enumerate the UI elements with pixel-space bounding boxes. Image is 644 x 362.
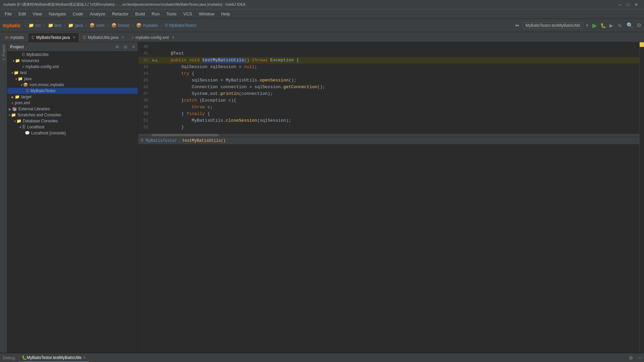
tab-myutils-close[interactable]: ✕ xyxy=(121,36,124,39)
tree-pom-label: pom.xml xyxy=(15,101,30,105)
menu-item-navigate[interactable]: Navigate xyxy=(46,11,68,17)
code-line-52: 52 } xyxy=(138,124,639,131)
tree-localhost[interactable]: ▾ 🗄 Localhost xyxy=(7,124,138,130)
menu-item-file[interactable]: File xyxy=(2,11,14,17)
title-text: mybatis [F:\遇课程\MyBatis框架\MyBatis笔记基础入门\… xyxy=(3,2,246,7)
code-line-51: 51 MyBatisUtils.closeSession(sqlSession)… xyxy=(138,117,639,124)
tree-ext-arrow: ▶ xyxy=(9,107,11,111)
tree-test[interactable]: ▾ 📁 test xyxy=(7,70,138,76)
run-btn[interactable]: ▶ xyxy=(592,22,597,29)
toolbar-search-btn[interactable]: 🔍 xyxy=(627,22,633,28)
tree-mybatistestor[interactable]: C MyBatisTestor xyxy=(7,88,138,94)
tree-mybatisutils-icon: C xyxy=(22,52,25,57)
tree-target-arrow: ▶ xyxy=(11,95,14,99)
debug-settings-btn[interactable]: ⚙ xyxy=(629,355,633,361)
tree-pom-icon: x xyxy=(11,101,13,105)
code-line-42: 42 ▶ ⚠ public void testMyBatisUtils() th… xyxy=(138,57,639,64)
tree-scratches[interactable]: ▾ 📁 Scratches and Consoles xyxy=(7,112,138,118)
debug-session-close[interactable]: ✕ xyxy=(83,356,86,359)
tree-java[interactable]: ▾ 📁 java xyxy=(7,76,138,82)
vertical-panel: 1: Project xyxy=(0,42,7,353)
coverage-btn[interactable]: ▶ xyxy=(609,23,613,28)
toolbar-back-btn[interactable]: ⬅ xyxy=(515,22,519,28)
tab-mybatistestor[interactable]: C MyBatisTestor.java ✕ xyxy=(28,33,79,42)
tree-scratches-label: Scratches and Consoles xyxy=(17,113,61,117)
tree-com-label: com.imooc.mybatis xyxy=(30,82,64,87)
tree-ext-label: External Libraries xyxy=(18,107,50,111)
tree-db-icon: 📁 xyxy=(16,119,21,123)
menu-item-analyze[interactable]: Analyze xyxy=(87,11,108,17)
minimize-btn[interactable]: ─ xyxy=(616,2,624,7)
tree-com-imooc[interactable]: ▾ 📦 com.imooc.mybatis xyxy=(7,82,138,88)
tree-resources[interactable]: ▾ 📁 resources xyxy=(7,58,138,64)
breadcrumb-java: 📁 java xyxy=(68,23,83,28)
tree-mybatisconfig[interactable]: x mybatis-config.xml xyxy=(7,64,138,70)
maximize-btn[interactable]: □ xyxy=(624,2,632,7)
run-config-label: MyBatisTestor.testMyBatisUtils xyxy=(523,22,583,29)
menu-item-window[interactable]: Window xyxy=(196,11,217,17)
menu-item-code[interactable]: Code xyxy=(70,11,86,17)
tree-db-consoles[interactable]: ▾ 📁 Database Consoles xyxy=(7,118,138,124)
code-editor[interactable]: 40 41 @Test 42 ▶ ⚠ public void testMyBat… xyxy=(138,42,639,353)
menu-item-view[interactable]: View xyxy=(30,11,45,17)
tree-scratches-icon: 📁 xyxy=(11,113,16,117)
tree-testor-icon: C xyxy=(26,88,29,93)
project-settings-btn[interactable]: ⚙ xyxy=(115,45,119,49)
tree-config-icon: x xyxy=(22,64,24,69)
menu-item-vcs[interactable]: VCS xyxy=(180,11,195,17)
toolbar-brand: mybatis xyxy=(3,23,20,28)
debug-hide-btn[interactable]: ─ xyxy=(638,355,641,361)
menu-item-tools[interactable]: Tools xyxy=(164,11,179,17)
tree-pom[interactable]: x pom.xml xyxy=(7,100,138,106)
tree-testor-label: MyBatisTestor xyxy=(31,88,56,93)
code-line-43: 43 SqlSession sqlSession = null; xyxy=(138,64,639,70)
tab-mybatis[interactable]: m mybatis xyxy=(1,33,28,42)
toolbar-rerun-btn[interactable]: ↻ xyxy=(618,23,622,28)
project-header: Project ⚙ ⊟ ✕ xyxy=(7,42,138,52)
tree-localhost-arrow: ▾ xyxy=(19,125,21,129)
project-tab-label[interactable]: 1: Project xyxy=(1,42,6,63)
menu-item-edit[interactable]: Edit xyxy=(16,11,29,17)
menu-item-help[interactable]: Help xyxy=(218,11,233,17)
code-line-45: 45 sqlSession = MyBatisUtils.openSession… xyxy=(138,77,639,84)
tree-localhost-console[interactable]: 💬 Localhost [console] xyxy=(7,130,138,136)
tree-console-icon: 💬 xyxy=(25,131,30,135)
tree-test-arrow: ▾ xyxy=(11,71,13,75)
tab-mytestor-close[interactable]: ✕ xyxy=(73,36,75,39)
breadcrumb-sep-6: › xyxy=(161,23,162,28)
menu-item-build[interactable]: Build xyxy=(132,11,148,17)
tab-mybatisutils[interactable]: C MyBatisUtils.java ✕ xyxy=(79,33,128,42)
breadcrumb-class-item: © MyBatisTestor xyxy=(141,137,177,144)
tree-scratches-arrow: ▾ xyxy=(9,113,10,117)
tree-java-label: java xyxy=(24,76,32,81)
debug-run-btn[interactable]: 🐛 xyxy=(600,23,606,28)
close-btn[interactable]: ✕ xyxy=(632,2,641,7)
tree-db-arrow: ▾ xyxy=(14,119,16,123)
toolbar-settings-btn[interactable]: ⚙ xyxy=(637,22,641,28)
breadcrumb-class: © MyBatisTestor xyxy=(165,23,197,28)
breadcrumb-imooc: 📦 imooc xyxy=(111,23,129,28)
tree-resources-icon: 📁 xyxy=(15,58,20,63)
gutter-warning-mark xyxy=(640,42,644,47)
tree-localhost-label: Localhost xyxy=(27,125,44,129)
menu-item-refactor[interactable]: Refactor xyxy=(109,11,131,17)
right-gutter xyxy=(639,42,644,353)
code-line-41: 41 @Test xyxy=(138,50,639,57)
tree-mybatisutils[interactable]: C MyBatisUtils xyxy=(7,52,138,58)
tree-external-libs[interactable]: ▶ 📚 External Libraries xyxy=(7,106,138,112)
debug-session-tab[interactable]: 🐛 MyBatisTestor.testMyBatisUtils ✕ xyxy=(18,354,89,362)
tab-mybatisconfig[interactable]: x mybatis-config.xml ✕ xyxy=(128,33,178,42)
tab-myconfig-close[interactable]: ✕ xyxy=(172,36,174,39)
warn-gutter-icon[interactable]: ⚠ xyxy=(155,57,157,64)
menu-item-run[interactable]: Run xyxy=(149,11,162,17)
tree-target[interactable]: ▶ 📁 target xyxy=(7,94,138,100)
tab-mytestor-icon: C xyxy=(32,35,35,40)
project-hide-btn[interactable]: ✕ xyxy=(132,45,135,49)
tree-console-label: Localhost [console] xyxy=(31,131,66,135)
run-config-dropdown[interactable]: ▾ xyxy=(586,23,588,28)
horizontal-scrollbar[interactable] xyxy=(138,133,639,137)
project-collapse-btn[interactable]: ⊟ xyxy=(124,45,127,49)
run-gutter-icon[interactable]: ▶ xyxy=(152,57,155,64)
tree-mybatisutils-label: MyBatisUtils xyxy=(26,52,49,57)
tree-db-label: Database Consoles xyxy=(23,119,58,123)
